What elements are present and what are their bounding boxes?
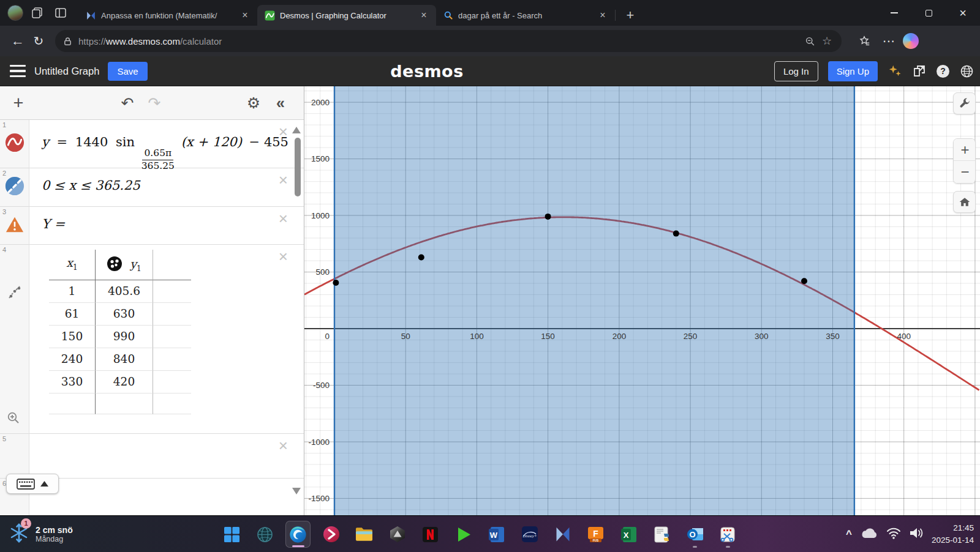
table-cell-y[interactable]: 630: [96, 303, 153, 326]
edge-browser-icon[interactable]: [285, 521, 311, 548]
vertical-tabs-icon[interactable]: [51, 4, 70, 22]
tab-close-icon[interactable]: ×: [239, 9, 251, 21]
tab-search[interactable]: dagar på ett år - Search ×: [436, 5, 615, 26]
scroll-down-icon[interactable]: [292, 488, 301, 494]
main-menu-button[interactable]: [10, 65, 26, 77]
expression-3-formula[interactable]: Y =: [42, 217, 65, 231]
default-zoom-home-button[interactable]: [953, 191, 976, 213]
sine-curve-icon[interactable]: [4, 133, 24, 155]
lock-icon[interactable]: [59, 32, 76, 50]
play-triangle-app-icon[interactable]: [451, 521, 476, 548]
redo-button[interactable]: ↷: [143, 92, 165, 114]
fusion360-icon[interactable]: FFUS: [583, 521, 608, 548]
word-icon[interactable]: W: [484, 521, 509, 548]
refresh-button[interactable]: ↻: [28, 31, 49, 51]
table-cell-x[interactable]: 330: [49, 371, 96, 393]
python-notebook-icon[interactable]: [649, 521, 674, 548]
table-cell-y[interactable]: 840: [96, 348, 153, 371]
expression-row-4-table[interactable]: 4 x1 y1: [0, 245, 304, 434]
table-cell-y[interactable]: 420: [96, 371, 153, 393]
viaplay-icon[interactable]: [318, 521, 344, 548]
minimize-button[interactable]: [877, 0, 911, 26]
delete-expression-icon[interactable]: ×: [279, 211, 288, 226]
share-icon[interactable]: [912, 64, 927, 78]
start-button[interactable]: [219, 521, 244, 548]
table-cell-y[interactable]: 990: [96, 326, 153, 348]
weather-widget[interactable]: 1 2 cm snö Måndag: [9, 523, 73, 546]
settings-ellipsis-icon[interactable]: ⋯: [878, 31, 899, 51]
maximize-button[interactable]: [911, 0, 946, 26]
save-button[interactable]: Save: [108, 62, 147, 81]
expression-1-formula[interactable]: y = 1440 sin 0.65π365.25 (x + 120) − 455: [42, 135, 288, 172]
wifi-icon[interactable]: [886, 527, 901, 542]
delete-expression-icon[interactable]: ×: [279, 124, 288, 140]
tab-desmos[interactable]: Desmos | Graphing Calculator ×: [257, 5, 436, 26]
keyboard-toggle-button[interactable]: [6, 474, 59, 494]
panel-scrollbar-thumb[interactable]: [295, 138, 301, 196]
warning-triangle-icon[interactable]: [5, 215, 24, 236]
snipping-tool-icon[interactable]: [715, 521, 741, 548]
volume-icon[interactable]: [909, 527, 924, 542]
table-cell-x[interactable]: 150: [49, 326, 96, 348]
address-bar[interactable]: https://www.desmos.com/calculator ☆: [55, 30, 842, 52]
zoom-out-page-icon[interactable]: [801, 32, 818, 50]
table-cell-x[interactable]: 240: [49, 348, 96, 371]
onedrive-icon[interactable]: [860, 527, 878, 542]
inequality-shade-icon[interactable]: [4, 176, 24, 199]
tab-close-icon[interactable]: ×: [418, 9, 430, 21]
clock-widget[interactable]: 21:45 2025-01-14: [932, 522, 974, 546]
tray-chevron-up-icon[interactable]: ^: [846, 528, 852, 540]
new-tab-button[interactable]: +: [622, 7, 639, 24]
copilot-icon[interactable]: [903, 33, 919, 49]
excel-icon[interactable]: X: [616, 521, 641, 548]
collapse-panel-button[interactable]: «: [270, 92, 292, 114]
expression-row-1[interactable]: 1 y = 1440 sin 0.65π365.25 (x + 120) − 4…: [0, 120, 304, 168]
dark-gem-app-icon[interactable]: [385, 521, 410, 548]
expression-row-2[interactable]: 2 0 ≤ x ≤ 365.25 ×: [0, 168, 304, 207]
scroll-up-icon[interactable]: [292, 127, 301, 133]
expression-2-formula[interactable]: 0 ≤ x ≤ 365.25: [42, 178, 140, 193]
delete-expression-icon[interactable]: ×: [279, 172, 288, 188]
signup-button[interactable]: Sign Up: [828, 61, 878, 81]
graph-settings-wrench-button[interactable]: [953, 92, 976, 114]
point-style-icon[interactable]: [107, 256, 123, 274]
column-header-y1[interactable]: y1: [96, 250, 153, 280]
language-globe-icon[interactable]: [959, 64, 974, 78]
graph-canvas[interactable]: 050100150200250300350400200015001000500-…: [304, 86, 980, 515]
zoom-in-button[interactable]: +: [954, 139, 976, 161]
table-cell-x[interactable]: 1: [49, 280, 96, 303]
favorite-star-icon[interactable]: ☆: [818, 32, 835, 50]
zoom-out-button[interactable]: −: [954, 161, 976, 183]
graph-title[interactable]: Untitled Graph: [34, 65, 99, 77]
column-header-x1[interactable]: x1: [49, 250, 96, 280]
delete-expression-icon[interactable]: ×: [279, 248, 288, 264]
profile-avatar[interactable]: [7, 5, 23, 21]
table-cell-x[interactable]: [49, 393, 96, 414]
help-icon[interactable]: ?: [937, 65, 949, 78]
tab-close-icon[interactable]: ×: [597, 9, 609, 21]
table-cell-y[interactable]: [96, 393, 153, 414]
outlook-icon[interactable]: O: [682, 521, 707, 548]
expression-row-5[interactable]: 5 ×: [0, 434, 304, 479]
close-window-button[interactable]: ×: [946, 0, 980, 26]
graph-settings-gear-icon[interactable]: ⚙: [243, 92, 265, 114]
undo-button[interactable]: ↶: [116, 92, 138, 114]
table-cell-y[interactable]: 405.6: [96, 280, 153, 303]
file-explorer-icon[interactable]: [352, 521, 377, 548]
expression-row-3[interactable]: 3 Y = ×: [0, 207, 304, 245]
search-globe-icon[interactable]: [252, 521, 277, 548]
desmos-logo[interactable]: desmos: [390, 62, 463, 81]
matteboken-icon[interactable]: [550, 521, 575, 548]
delete-expression-icon[interactable]: ×: [279, 438, 288, 453]
zoom-fit-icon[interactable]: [7, 411, 20, 427]
back-button[interactable]: ←: [7, 31, 28, 51]
workspaces-icon[interactable]: [28, 4, 47, 22]
netflix-icon[interactable]: [418, 521, 443, 548]
add-expression-button[interactable]: +: [7, 92, 29, 114]
login-button[interactable]: Log In: [774, 61, 818, 81]
favorites-hub-icon[interactable]: [854, 31, 875, 51]
tab-anpassa-funktion[interactable]: Anpassa en funktion (Matematik/ ×: [78, 5, 257, 26]
sparkles-icon[interactable]: [888, 64, 902, 78]
disney-plus-icon[interactable]: Disney+: [517, 521, 542, 548]
table-cell-x[interactable]: 61: [49, 303, 96, 326]
